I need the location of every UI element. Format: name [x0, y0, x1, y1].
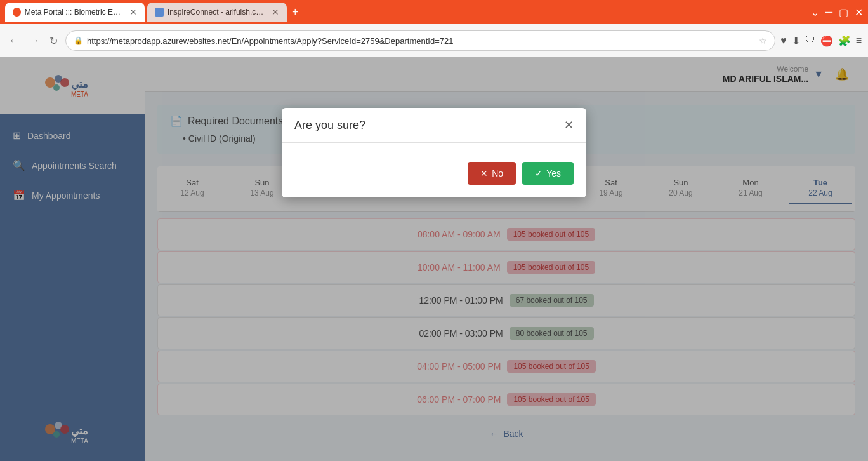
- browser-close[interactable]: ✕: [855, 6, 863, 18]
- bookmark-icon[interactable]: ☆: [759, 36, 767, 46]
- modal-header: Are you sure? ✕: [282, 108, 586, 143]
- ublock-icon[interactable]: ⛔: [820, 35, 833, 47]
- shield-icon[interactable]: 🛡: [805, 35, 815, 46]
- browser-tabs: Meta Portal ::: Biometric Enroll... ✕ In…: [0, 0, 868, 24]
- download-icon[interactable]: ⬇: [792, 35, 800, 47]
- extensions-icon[interactable]: 🧩: [838, 35, 851, 47]
- hamburger-icon[interactable]: ≡: [856, 35, 862, 46]
- lock-icon: 🔒: [74, 36, 83, 45]
- new-tab-button[interactable]: +: [292, 6, 299, 19]
- confirm-yes-button[interactable]: ✓ Yes: [522, 162, 574, 185]
- browser-tab-1[interactable]: Meta Portal ::: Biometric Enroll... ✕: [5, 3, 145, 22]
- tab-1-title: Meta Portal ::: Biometric Enroll...: [25, 8, 123, 17]
- nav-reload-button[interactable]: ↻: [47, 32, 60, 50]
- address-bar[interactable]: 🔒 https://metaprodapp.azurewebsites.net/…: [65, 30, 775, 51]
- nav-forward-button[interactable]: →: [27, 32, 42, 49]
- yes-label: Yes: [546, 168, 561, 178]
- tab-2-title: InspireConnect - arifulsh.com: [168, 8, 265, 17]
- tab-inspire-favicon: [155, 8, 164, 17]
- tab-1-close[interactable]: ✕: [129, 7, 137, 17]
- browser-nav-icons: ♥ ⬇ 🛡 ⛔ 🧩 ≡: [780, 35, 862, 47]
- browser-menu-icon[interactable]: ⌄: [811, 6, 819, 18]
- browser-chrome: Meta Portal ::: Biometric Enroll... ✕ In…: [0, 0, 868, 57]
- modal-overlay: Are you sure? ✕ ✕ No ✓ Yes: [0, 57, 868, 461]
- modal-body: ✕ No ✓ Yes: [282, 143, 586, 197]
- tab-2-close[interactable]: ✕: [272, 7, 279, 17]
- address-url: https://metaprodapp.azurewebsites.net/En…: [87, 36, 755, 46]
- confirm-no-button[interactable]: ✕ No: [468, 162, 516, 185]
- browser-tab-2[interactable]: InspireConnect - arifulsh.com ✕: [147, 3, 287, 22]
- modal-title: Are you sure?: [294, 119, 365, 132]
- modal-close-button[interactable]: ✕: [564, 118, 574, 132]
- tab-meta-favicon: [13, 8, 21, 17]
- confirm-modal: Are you sure? ✕ ✕ No ✓ Yes: [282, 108, 586, 197]
- pocket-icon[interactable]: ♥: [780, 35, 787, 46]
- no-icon: ✕: [480, 168, 488, 178]
- no-label: No: [492, 168, 503, 178]
- yes-icon: ✓: [535, 168, 542, 178]
- browser-minimize[interactable]: ─: [825, 6, 832, 18]
- nav-back-button[interactable]: ←: [6, 32, 22, 49]
- browser-restore[interactable]: ▢: [839, 6, 848, 18]
- browser-nav-bar: ← → ↻ 🔒 https://metaprodapp.azurewebsite…: [0, 24, 868, 57]
